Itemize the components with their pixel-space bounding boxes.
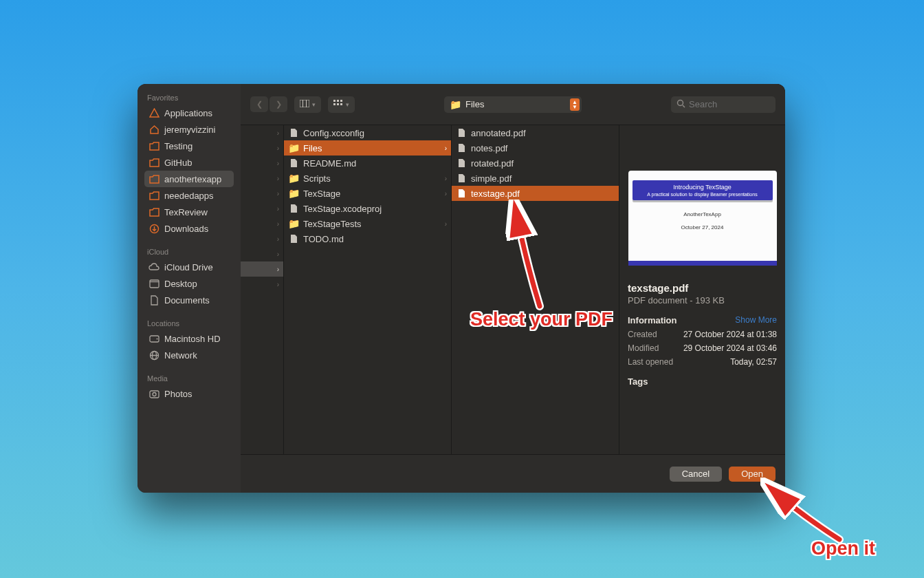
svg-point-4 — [156, 338, 157, 339]
thumbnail-title: Introducing TexStage — [632, 184, 773, 191]
sidebar-item-label: Applications — [164, 108, 212, 118]
sidebar-item-label: Downloads — [164, 224, 208, 234]
sidebar-item-documents[interactable]: Documents — [144, 292, 234, 308]
file-row[interactable]: rotated.pdf — [452, 156, 619, 171]
column0-row[interactable]: › — [241, 261, 283, 277]
folder-icon: 📁 — [450, 99, 461, 110]
sidebar: FavoritesApplicationsjeremyvizziniTestin… — [138, 84, 241, 493]
preview-thumbnail: Introducing TexStage A practical solutio… — [628, 171, 777, 266]
file-row[interactable]: texstage.pdf — [452, 186, 619, 201]
column0-row[interactable]: › — [241, 201, 283, 216]
preview-info-key: Modified — [628, 343, 659, 353]
thumbnail-subtitle: A practical solution to display Beamer p… — [632, 192, 773, 197]
column0-row[interactable]: › — [241, 140, 283, 156]
preview-info-row: Last openedToday, 02:57 — [628, 357, 777, 367]
column-0[interactable]: ››››››››››› — [241, 125, 284, 454]
thumbnail-author: AnotherTexApp — [683, 211, 721, 217]
sidebar-item-label: Network — [164, 350, 197, 361]
preview-info-key: Created — [628, 330, 657, 339]
column0-row[interactable]: › — [241, 216, 283, 231]
sidebar-item-network[interactable]: Network — [144, 347, 234, 363]
folder-icon — [148, 157, 160, 168]
sidebar-item-testing[interactable]: Testing — [144, 138, 234, 154]
sidebar-item-texreview[interactable]: TexReview — [144, 204, 234, 220]
sidebar-item-github[interactable]: GitHub — [144, 154, 234, 171]
nav-forward-button[interactable]: ❯ — [270, 96, 287, 112]
file-row[interactable]: Config.xcconfig — [284, 125, 451, 140]
sidebar-item-label: Desktop — [164, 279, 197, 289]
sidebar-item-photos[interactable]: Photos — [144, 385, 234, 402]
file-row[interactable]: simple.pdf — [452, 171, 619, 186]
svg-point-9 — [153, 392, 156, 396]
preview-info-key: Last opened — [628, 357, 673, 367]
column0-row[interactable]: › — [241, 277, 283, 292]
file-row[interactable]: annotated.pdf — [452, 125, 619, 140]
file-row[interactable]: notes.pdf — [452, 140, 619, 156]
cloud-icon — [148, 261, 160, 272]
svg-rect-14 — [337, 100, 339, 102]
column0-row[interactable]: › — [241, 231, 283, 246]
file-row[interactable]: TexStage.xcodeproj — [284, 201, 451, 216]
nav-back-button[interactable]: ❮ — [250, 96, 268, 112]
view-columns-button[interactable]: ▾ — [294, 96, 321, 113]
open-dialog: FavoritesApplicationsjeremyvizziniTestin… — [138, 84, 785, 493]
sidebar-item-label: GitHub — [164, 158, 192, 168]
file-row[interactable]: README.md — [284, 156, 451, 171]
sidebar-item-label: Testing — [164, 141, 192, 151]
sidebar-item-applications[interactable]: Applications — [144, 105, 234, 121]
sidebar-item-label: anothertexapp — [164, 174, 221, 184]
file-row-name: annotated.pdf — [471, 128, 526, 138]
file-row[interactable]: 📁Files› — [284, 140, 451, 156]
toolbar: ❮ ❯ ▾ ▾ 📁 Files — [241, 84, 785, 125]
annotation-open-it: Open it — [811, 538, 875, 559]
column0-row[interactable]: › — [241, 156, 283, 171]
column-1[interactable]: Config.xcconfig📁Files›README.md📁Scripts›… — [284, 125, 452, 454]
sidebar-section-heading: iCloud — [144, 244, 234, 259]
chevron-right-icon: › — [445, 175, 447, 182]
sidebar-item-label: jeremyvizzini — [164, 125, 215, 135]
file-row-name: TODO.md — [303, 234, 344, 244]
search-field[interactable] — [671, 96, 776, 113]
path-popup[interactable]: 📁 Files ▲▼ — [444, 96, 582, 113]
svg-line-20 — [683, 105, 685, 107]
preview-subtitle: PDF document - 193 KB — [628, 295, 777, 306]
sidebar-item-label: Photos — [164, 389, 192, 399]
file-row[interactable]: 📁TexStage› — [284, 186, 451, 201]
sidebar-item-label: Macintosh HD — [164, 334, 221, 344]
preview-tags-label: Tags — [628, 376, 648, 387]
chevron-right-icon: › — [445, 144, 447, 152]
sidebar-item-label: TexReview — [164, 207, 208, 217]
svg-rect-16 — [333, 103, 336, 105]
sidebar-item-macintosh-hd[interactable]: Macintosh HD — [144, 330, 234, 347]
file-row[interactable]: 📁TexStageTests› — [284, 216, 451, 231]
preview-info-row: Created27 October 2024 at 01:38 — [628, 330, 777, 339]
sidebar-item-icloud-drive[interactable]: iCloud Drive — [144, 259, 234, 275]
search-input[interactable] — [689, 99, 770, 109]
column0-row[interactable]: › — [241, 246, 283, 261]
sidebar-item-desktop[interactable]: Desktop — [144, 275, 234, 292]
open-button[interactable]: Open — [729, 467, 776, 482]
view-group-button[interactable]: ▾ — [328, 96, 355, 113]
column-2[interactable]: annotated.pdfnotes.pdfrotated.pdfsimple.… — [452, 125, 619, 454]
file-row-name: simple.pdf — [471, 173, 512, 184]
column0-row[interactable]: › — [241, 125, 283, 140]
column0-row[interactable]: › — [241, 186, 283, 201]
file-row[interactable]: TODO.md — [284, 231, 451, 246]
show-more-link[interactable]: Show More — [735, 315, 777, 325]
svg-rect-8 — [150, 391, 159, 398]
folder-icon: 📁 — [288, 188, 299, 199]
column0-row[interactable]: › — [241, 171, 283, 186]
sidebar-item-jeremyvizzini[interactable]: jeremyvizzini — [144, 121, 234, 138]
file-icon — [288, 127, 299, 138]
cancel-button[interactable]: Cancel — [670, 467, 722, 482]
folder-icon — [148, 206, 160, 217]
folder-icon: 📁 — [288, 142, 299, 153]
sidebar-item-anothertexapp[interactable]: anothertexapp — [144, 171, 234, 187]
sidebar-item-neededapps[interactable]: neededapps — [144, 187, 234, 204]
file-row-name: Scripts — [303, 173, 331, 184]
file-row[interactable]: 📁Scripts› — [284, 171, 451, 186]
sidebar-item-downloads[interactable]: Downloads — [144, 220, 234, 237]
columns-icon — [300, 100, 309, 109]
preview-info-value: Today, 02:57 — [730, 357, 777, 367]
svg-rect-18 — [340, 103, 342, 105]
